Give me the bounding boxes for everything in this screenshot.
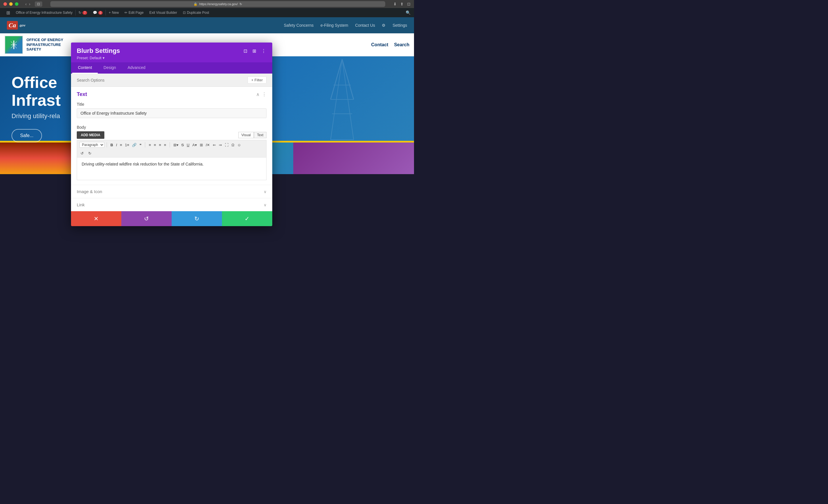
modal-reset-btn[interactable]: ↺ <box>121 211 172 226</box>
wp-updates-item[interactable]: ↻ 7 <box>76 8 90 17</box>
image-icon-chevron: ∨ <box>264 189 266 194</box>
modal-split-btn[interactable]: ⊞ <box>252 48 257 54</box>
mac-split-icon[interactable]: ⊡ <box>407 2 411 6</box>
tab-content[interactable]: Content <box>72 62 98 74</box>
body-field-label: Body <box>77 125 266 130</box>
section-menu-btn[interactable]: ⋮ <box>262 92 266 97</box>
align-left-btn[interactable]: ≡ <box>148 142 152 148</box>
url-display: https://energysafety.ca.gov/ <box>199 2 238 6</box>
modal-more-btn[interactable]: ⋮ <box>261 48 266 54</box>
tab-advanced[interactable]: Advanced <box>122 62 151 74</box>
clear-format-btn[interactable]: I✕ <box>205 142 211 148</box>
subheader-contact-link[interactable]: Contact <box>371 42 388 47</box>
modal-cancel-btn[interactable]: ✕ <box>71 211 121 226</box>
text-tab-btn[interactable]: Text <box>254 132 266 138</box>
ca-logo-script: Ca <box>9 21 16 29</box>
outdent-btn[interactable]: ⇐ <box>212 142 217 148</box>
site-logo-block: OFFICE OF ENERGY INFRASTRUCTURE SAFETY <box>5 36 63 54</box>
mac-close-btn[interactable] <box>3 2 7 6</box>
filter-btn[interactable]: + Filter <box>248 77 266 84</box>
subheader-search-link[interactable]: Search <box>394 42 409 47</box>
redo-btn[interactable]: ↻ <box>87 150 92 156</box>
title-field-input[interactable] <box>77 108 266 118</box>
modal-header-icons: ⊡ ⊞ ⋮ <box>243 47 266 54</box>
modal-body: + Filter Text ∧ ⋮ Title Body ADD MEDIA V… <box>71 74 272 211</box>
emoji-btn[interactable]: ☺ <box>236 142 242 148</box>
nav-efiling[interactable]: e-Filing System <box>321 23 348 28</box>
tower-logo-svg <box>8 39 19 51</box>
align-right-btn[interactable]: ≡ <box>158 142 162 148</box>
edit-label: Edit Page <box>128 11 143 15</box>
modal-title: Blurb Settings <box>77 47 120 55</box>
modal-tabs: Content Design Advanced <box>71 62 272 74</box>
editor-body-text: Driving utility-related wildfire risk re… <box>82 161 262 167</box>
link-label: Link <box>77 202 85 207</box>
add-media-btn[interactable]: ADD MEDIA <box>77 131 105 139</box>
blockquote-btn[interactable]: ❝ <box>138 142 142 148</box>
duplicate-label: Duplicate Post <box>187 11 209 15</box>
align-justify-btn[interactable]: ≡ <box>163 142 167 148</box>
wp-site-name[interactable]: Office of Energy Infrastructure Safety <box>13 8 75 17</box>
hero-cta-button[interactable]: Safe... <box>11 129 42 142</box>
ul-btn[interactable]: ≡ <box>119 142 123 148</box>
paste-text-btn[interactable]: ⊞ <box>199 142 204 148</box>
indent-btn[interactable]: ⇒ <box>218 142 223 148</box>
mac-forward-btn[interactable]: › <box>29 2 31 6</box>
mac-share-icon[interactable]: ⬆ <box>400 2 404 6</box>
modal-fullscreen-btn[interactable]: ⊡ <box>243 48 248 54</box>
modal-save-btn[interactable]: ✓ <box>222 211 272 226</box>
wp-edit-page-item[interactable]: ✏ Edit Page <box>122 8 146 17</box>
visual-tab-btn[interactable]: Visual <box>238 132 254 138</box>
wp-exit-visual-item[interactable]: Exit Visual Builder <box>146 8 180 17</box>
wp-comments-item[interactable]: 💬 0 <box>90 8 106 17</box>
nav-contact-us[interactable]: Contact Us <box>355 23 375 28</box>
toolbar-sep-1 <box>107 142 107 147</box>
site-header: Ca .gov Safety Concerns e-Filing System … <box>0 17 414 33</box>
image-icon-label: Image & Icon <box>77 189 102 194</box>
ol-btn[interactable]: 1≡ <box>124 142 130 148</box>
link-section[interactable]: Link ∨ <box>71 198 272 211</box>
wp-logo-item[interactable]: ⊞ <box>3 8 13 17</box>
wp-new-item[interactable]: + New <box>106 8 122 17</box>
plus-icon: + <box>109 11 111 15</box>
table-btn[interactable]: ⊞▾ <box>172 142 180 148</box>
settings-icon[interactable]: ⚙ <box>382 23 385 28</box>
duplicate-icon: ⊡ <box>183 11 186 15</box>
mac-back-btn[interactable]: ‹ <box>25 2 27 6</box>
bold-btn[interactable]: B <box>109 142 114 148</box>
mac-maximize-btn[interactable] <box>15 2 18 6</box>
search-options-input[interactable] <box>77 78 248 83</box>
comments-count: 0 <box>98 11 103 15</box>
mac-download-icon[interactable]: ⬇ <box>393 2 397 6</box>
mac-tab-btn[interactable]: ⊡ <box>35 1 42 7</box>
strikethrough-btn[interactable]: S <box>180 142 185 148</box>
undo-btn[interactable]: ↺ <box>79 150 85 156</box>
mac-minimize-btn[interactable] <box>9 2 13 6</box>
updates-icon: ↻ <box>79 11 81 15</box>
title-field-label: Title <box>77 102 266 106</box>
modal-preset-selector[interactable]: Preset: Default ▾ <box>77 56 120 60</box>
ca-gov-logo: Ca <box>7 21 18 30</box>
fullscreen-btn[interactable]: ⛶ <box>224 142 230 148</box>
editor-toolbar-row1: Paragraph B I ≡ 1≡ 🔗 ❝ ≡ ≡ ≡ ≡ <box>77 140 266 149</box>
align-center-btn[interactable]: ≡ <box>153 142 157 148</box>
link-btn[interactable]: 🔗 <box>131 142 138 148</box>
title-field-section: Title <box>71 100 272 123</box>
modal-footer: ✕ ↺ ↻ ✓ <box>71 211 272 226</box>
special-char-btn[interactable]: Ω <box>230 142 236 148</box>
nav-safety-concerns[interactable]: Safety Concerns <box>284 23 314 28</box>
wp-duplicate-item[interactable]: ⊡ Duplicate Post <box>180 8 212 17</box>
toolbar-sep-3 <box>170 142 170 147</box>
section-collapse-btn[interactable]: ∧ <box>256 92 260 97</box>
underline-btn[interactable]: U <box>185 142 190 148</box>
modal-redo-btn[interactable]: ↻ <box>172 211 222 226</box>
text-color-btn[interactable]: A▾ <box>191 142 198 148</box>
tab-design[interactable]: Design <box>98 62 122 74</box>
italic-btn[interactable]: I <box>115 142 118 148</box>
mac-reload-icon[interactable]: ↻ <box>240 2 242 6</box>
blurb-settings-modal: Blurb Settings Preset: Default ▾ ⊡ ⊞ ⋮ C… <box>71 43 272 226</box>
wp-search-icon[interactable]: 🔍 <box>406 10 411 15</box>
paragraph-select[interactable]: Paragraph <box>79 142 105 148</box>
image-icon-section[interactable]: Image & Icon ∨ <box>71 185 272 198</box>
editor-area[interactable]: Driving utility-related wildfire risk re… <box>77 157 266 180</box>
